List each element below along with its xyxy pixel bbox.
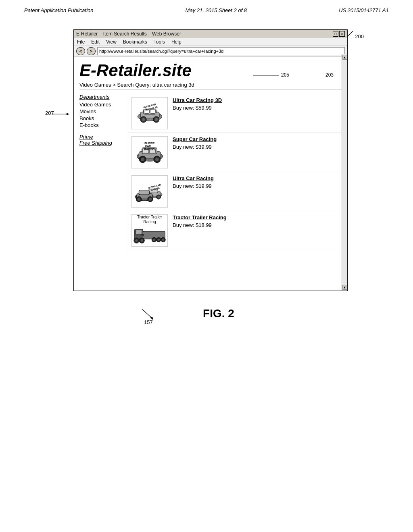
result-info-1: Ultra Car Racing 3D Buy new: $59.99 [173, 97, 338, 111]
result-image-3: ULTRA CAR RACING [131, 175, 168, 208]
forward-button[interactable]: > [87, 47, 96, 55]
svg-text:RACING: RACING [144, 148, 154, 150]
svg-point-24 [155, 157, 159, 161]
ref-200-label: 200 [355, 33, 364, 39]
menu-help[interactable]: Help [171, 39, 181, 45]
result-row-4: Tractor Trailer Racing [128, 211, 342, 250]
result-image-1: ULTRA CAR RACING 3D [131, 97, 168, 129]
patent-right: US 2015/0142771 A1 [339, 7, 389, 13]
svg-point-51 [140, 239, 143, 242]
close-btn[interactable]: × [339, 31, 345, 37]
svg-point-22 [141, 157, 144, 161]
svg-rect-9 [150, 110, 155, 113]
site-header: E-Retailer.site [79, 61, 342, 80]
result-info-4: Tractor Trailer Racing Buy new: $18.99 [173, 214, 338, 228]
figure-area: 157 FIG. 2 [49, 307, 364, 320]
patent-left: Patent Application Publication [24, 7, 94, 13]
menu-edit[interactable]: Edit [91, 39, 100, 45]
minimize-btn[interactable]: □ [333, 31, 338, 37]
sidebar-prime-label[interactable]: Prime [79, 134, 125, 140]
content-layout: Departments Video Games Movies Books E-b… [79, 94, 342, 250]
menu-file[interactable]: File [77, 39, 85, 45]
sidebar-item-movies[interactable]: Movies [79, 108, 125, 114]
browser-window: E-Retailer – Item Search Results – Web B… [73, 29, 348, 291]
sidebar-item-ebooks[interactable]: E-books [79, 122, 125, 128]
browser-toolbar: < > [74, 46, 347, 57]
result-price-2: Buy new: $39.99 [173, 144, 338, 150]
svg-point-53 [153, 239, 155, 241]
svg-point-34 [157, 195, 160, 198]
result-row-1: ULTRA CAR RACING 3D Ultra Car Racing 3D … [128, 94, 342, 133]
result-title-1[interactable]: Ultra Car Racing 3D [173, 97, 338, 103]
back-button[interactable]: < [76, 47, 85, 55]
result-title-3[interactable]: Ultra Car Racing [173, 175, 338, 181]
browser-titlebar: E-Retailer – Item Search Results – Web B… [74, 30, 347, 38]
sidebar-free-shipping-link[interactable]: Free Shipping [79, 140, 125, 146]
result-info-2: Super Car Racing Buy new: $39.99 [173, 136, 338, 150]
svg-point-57 [162, 239, 164, 241]
menu-view[interactable]: View [106, 39, 117, 45]
svg-point-55 [157, 239, 160, 241]
scroll-down-btn[interactable]: ▼ [342, 285, 347, 290]
ref-207-label: 207 [45, 110, 54, 116]
figure-label: FIG. 2 [203, 307, 234, 320]
svg-rect-47 [142, 235, 144, 236]
sidebar-item-books[interactable]: Books [79, 115, 125, 121]
result-price-3: Buy new: $19.99 [173, 183, 338, 189]
scroll-up-btn[interactable]: ▲ [342, 55, 347, 60]
svg-rect-37 [139, 190, 149, 194]
svg-rect-45 [136, 230, 142, 234]
result-image-4: Tractor Trailer Racing [131, 214, 168, 247]
svg-text:CAR: CAR [145, 145, 150, 148]
titlebar-controls: □ × [333, 31, 345, 37]
result-title-4[interactable]: Tractor Trailer Racing [173, 214, 338, 220]
address-bar[interactable] [97, 47, 345, 55]
sidebar-item-videogames[interactable]: Video Games [79, 102, 125, 108]
result-row-2: SUPER CAR RACING Super Car Racing Buy ne… [128, 133, 342, 172]
svg-point-13 [154, 118, 158, 121]
svg-point-39 [137, 197, 140, 201]
patent-header: Patent Application Publication May 21, 2… [0, 0, 413, 17]
menu-bookmarks[interactable]: Bookmarks [123, 39, 147, 45]
menu-tools[interactable]: Tools [154, 39, 165, 45]
browser-title: E-Retailer – Item Search Results – Web B… [76, 31, 181, 37]
results-area: ULTRA CAR RACING 3D Ultra Car Racing 3D … [128, 94, 342, 250]
svg-point-11 [142, 118, 145, 121]
result-price-1: Buy new: $59.99 [173, 105, 338, 111]
result-image-2: SUPER CAR RACING [131, 136, 168, 168]
main-content: 200 207 E-Retailer – Item Search Results… [0, 17, 413, 320]
browser-menubar: File Edit View Bookmarks Tools Help [74, 38, 347, 46]
result-price-4: Buy new: $18.99 [173, 222, 338, 228]
svg-point-49 [135, 239, 138, 242]
result-row-3: ULTRA CAR RACING Ultra Car Racing Buy ne… [128, 172, 342, 211]
patent-middle: May 21, 2015 Sheet 2 of 8 [186, 7, 247, 13]
sidebar-departments-heading[interactable]: Departments [79, 94, 125, 100]
result-info-3: Ultra Car Racing Buy new: $19.99 [173, 175, 338, 189]
tractor-label: Tractor Trailer Racing [132, 215, 167, 224]
breadcrumb: Video Games > Search Query: ultra car ra… [79, 82, 342, 90]
browser-content: E-Retailer.site 205 203 [74, 57, 347, 291]
sidebar: Departments Video Games Movies Books E-b… [79, 94, 128, 250]
svg-point-41 [148, 197, 152, 201]
svg-marker-3 [67, 113, 69, 115]
ref-157-label: 157 [138, 307, 158, 324]
result-title-2[interactable]: Super Car Racing [173, 136, 338, 142]
site-logo[interactable]: E-Retailer.site [79, 61, 192, 80]
ref-205: 205 [281, 72, 289, 78]
ref-203: 203 [325, 72, 334, 78]
